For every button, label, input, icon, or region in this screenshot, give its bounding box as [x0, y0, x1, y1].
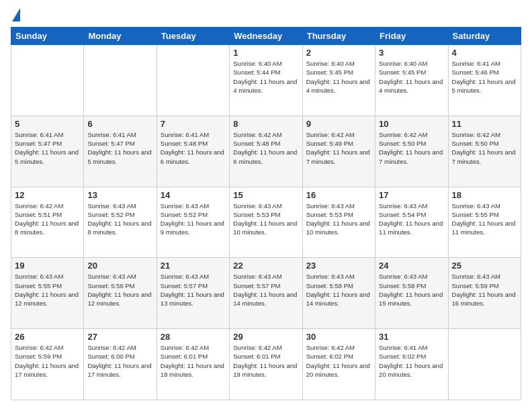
calendar-cell: 29Sunrise: 6:42 AM Sunset: 6:01 PM Dayli… — [230, 329, 302, 400]
calendar-cell: 5Sunrise: 6:41 AM Sunset: 5:47 PM Daylig… — [11, 116, 84, 187]
header — [11, 11, 521, 20]
day-number: 15 — [233, 190, 298, 200]
day-number: 3 — [379, 48, 444, 58]
day-number: 10 — [379, 119, 444, 129]
calendar-week-row: 1Sunrise: 6:40 AM Sunset: 5:44 PM Daylig… — [11, 45, 521, 116]
day-info: Sunrise: 6:41 AM Sunset: 5:47 PM Dayligh… — [15, 130, 80, 166]
day-info: Sunrise: 6:42 AM Sunset: 6:01 PM Dayligh… — [233, 343, 298, 379]
calendar-table: SundayMondayTuesdayWednesdayThursdayFrid… — [11, 27, 521, 400]
day-info: Sunrise: 6:43 AM Sunset: 5:58 PM Dayligh… — [306, 272, 371, 308]
day-info: Sunrise: 6:40 AM Sunset: 5:44 PM Dayligh… — [233, 59, 298, 95]
calendar-cell: 9Sunrise: 6:42 AM Sunset: 5:49 PM Daylig… — [302, 116, 375, 187]
day-number: 28 — [161, 332, 226, 342]
calendar-cell: 10Sunrise: 6:42 AM Sunset: 5:50 PM Dayli… — [375, 116, 448, 187]
day-number: 12 — [15, 190, 80, 200]
day-number: 6 — [87, 119, 152, 129]
day-info: Sunrise: 6:42 AM Sunset: 5:49 PM Dayligh… — [306, 130, 371, 166]
day-number: 2 — [306, 48, 371, 58]
calendar-cell — [84, 45, 157, 116]
day-info: Sunrise: 6:43 AM Sunset: 5:55 PM Dayligh… — [15, 272, 80, 308]
day-number: 25 — [452, 261, 517, 271]
calendar-cell: 16Sunrise: 6:43 AM Sunset: 5:53 PM Dayli… — [302, 187, 375, 258]
day-info: Sunrise: 6:43 AM Sunset: 5:52 PM Dayligh… — [161, 201, 226, 237]
col-header-monday: Monday — [84, 28, 157, 45]
day-number: 19 — [15, 261, 80, 271]
col-header-sunday: Sunday — [11, 28, 84, 45]
day-info: Sunrise: 6:42 AM Sunset: 5:50 PM Dayligh… — [379, 130, 444, 166]
calendar-cell: 11Sunrise: 6:42 AM Sunset: 5:50 PM Dayli… — [448, 116, 521, 187]
day-info: Sunrise: 6:43 AM Sunset: 5:57 PM Dayligh… — [233, 272, 298, 308]
calendar-week-row: 26Sunrise: 6:42 AM Sunset: 5:59 PM Dayli… — [11, 329, 521, 400]
calendar-cell: 17Sunrise: 6:43 AM Sunset: 5:54 PM Dayli… — [375, 187, 448, 258]
day-number: 22 — [233, 261, 298, 271]
day-number: 16 — [306, 190, 371, 200]
day-info: Sunrise: 6:43 AM Sunset: 5:53 PM Dayligh… — [306, 201, 371, 237]
day-info: Sunrise: 6:40 AM Sunset: 5:45 PM Dayligh… — [306, 59, 371, 95]
calendar-cell: 25Sunrise: 6:43 AM Sunset: 5:59 PM Dayli… — [448, 258, 521, 329]
day-number: 27 — [87, 332, 152, 342]
calendar-week-row: 19Sunrise: 6:43 AM Sunset: 5:55 PM Dayli… — [11, 258, 521, 329]
day-info: Sunrise: 6:42 AM Sunset: 5:59 PM Dayligh… — [15, 343, 80, 379]
calendar-cell: 30Sunrise: 6:42 AM Sunset: 6:02 PM Dayli… — [302, 329, 375, 400]
logo — [11, 11, 20, 20]
col-header-saturday: Saturday — [448, 28, 521, 45]
page: SundayMondayTuesdayWednesdayThursdayFrid… — [0, 0, 532, 411]
day-info: Sunrise: 6:40 AM Sunset: 5:45 PM Dayligh… — [379, 59, 444, 95]
day-info: Sunrise: 6:42 AM Sunset: 5:50 PM Dayligh… — [452, 130, 517, 166]
calendar-cell: 24Sunrise: 6:43 AM Sunset: 5:58 PM Dayli… — [375, 258, 448, 329]
day-number: 21 — [161, 261, 226, 271]
day-info: Sunrise: 6:42 AM Sunset: 6:01 PM Dayligh… — [161, 343, 226, 379]
day-number: 20 — [87, 261, 152, 271]
calendar-cell: 7Sunrise: 6:41 AM Sunset: 5:48 PM Daylig… — [157, 116, 229, 187]
day-number: 18 — [452, 190, 517, 200]
calendar-cell: 19Sunrise: 6:43 AM Sunset: 5:55 PM Dayli… — [11, 258, 84, 329]
day-number: 11 — [452, 119, 517, 129]
day-info: Sunrise: 6:43 AM Sunset: 5:57 PM Dayligh… — [161, 272, 226, 308]
calendar-cell: 8Sunrise: 6:42 AM Sunset: 5:48 PM Daylig… — [230, 116, 302, 187]
day-number: 17 — [379, 190, 444, 200]
calendar-cell: 31Sunrise: 6:41 AM Sunset: 6:02 PM Dayli… — [375, 329, 448, 400]
day-number: 9 — [306, 119, 371, 129]
calendar-cell: 6Sunrise: 6:41 AM Sunset: 5:47 PM Daylig… — [84, 116, 157, 187]
day-info: Sunrise: 6:43 AM Sunset: 5:55 PM Dayligh… — [452, 201, 517, 237]
col-header-tuesday: Tuesday — [157, 28, 229, 45]
calendar-cell: 27Sunrise: 6:42 AM Sunset: 6:00 PM Dayli… — [84, 329, 157, 400]
calendar-cell: 13Sunrise: 6:43 AM Sunset: 5:52 PM Dayli… — [84, 187, 157, 258]
day-number: 31 — [379, 332, 444, 342]
day-number: 7 — [161, 119, 226, 129]
calendar-cell: 18Sunrise: 6:43 AM Sunset: 5:55 PM Dayli… — [448, 187, 521, 258]
calendar-cell: 23Sunrise: 6:43 AM Sunset: 5:58 PM Dayli… — [302, 258, 375, 329]
calendar-week-row: 12Sunrise: 6:42 AM Sunset: 5:51 PM Dayli… — [11, 187, 521, 258]
calendar-cell: 3Sunrise: 6:40 AM Sunset: 5:45 PM Daylig… — [375, 45, 448, 116]
col-header-wednesday: Wednesday — [230, 28, 302, 45]
calendar-header-row: SundayMondayTuesdayWednesdayThursdayFrid… — [11, 28, 521, 45]
calendar-cell: 2Sunrise: 6:40 AM Sunset: 5:45 PM Daylig… — [302, 45, 375, 116]
calendar-week-row: 5Sunrise: 6:41 AM Sunset: 5:47 PM Daylig… — [11, 116, 521, 187]
day-number: 29 — [233, 332, 298, 342]
day-info: Sunrise: 6:42 AM Sunset: 6:02 PM Dayligh… — [306, 343, 371, 379]
day-info: Sunrise: 6:43 AM Sunset: 5:58 PM Dayligh… — [379, 272, 444, 308]
day-info: Sunrise: 6:43 AM Sunset: 5:56 PM Dayligh… — [87, 272, 152, 308]
col-header-thursday: Thursday — [302, 28, 375, 45]
day-number: 13 — [87, 190, 152, 200]
day-number: 5 — [15, 119, 80, 129]
day-info: Sunrise: 6:42 AM Sunset: 6:00 PM Dayligh… — [87, 343, 152, 379]
day-number: 24 — [379, 261, 444, 271]
day-info: Sunrise: 6:41 AM Sunset: 5:47 PM Dayligh… — [87, 130, 152, 166]
day-number: 30 — [306, 332, 371, 342]
day-info: Sunrise: 6:41 AM Sunset: 5:46 PM Dayligh… — [452, 59, 517, 95]
calendar-cell: 14Sunrise: 6:43 AM Sunset: 5:52 PM Dayli… — [157, 187, 229, 258]
day-info: Sunrise: 6:43 AM Sunset: 5:53 PM Dayligh… — [233, 201, 298, 237]
calendar-cell — [157, 45, 229, 116]
col-header-friday: Friday — [375, 28, 448, 45]
calendar-cell: 26Sunrise: 6:42 AM Sunset: 5:59 PM Dayli… — [11, 329, 84, 400]
calendar-cell: 22Sunrise: 6:43 AM Sunset: 5:57 PM Dayli… — [230, 258, 302, 329]
calendar-cell: 15Sunrise: 6:43 AM Sunset: 5:53 PM Dayli… — [230, 187, 302, 258]
calendar-cell: 12Sunrise: 6:42 AM Sunset: 5:51 PM Dayli… — [11, 187, 84, 258]
calendar-cell: 28Sunrise: 6:42 AM Sunset: 6:01 PM Dayli… — [157, 329, 229, 400]
calendar-cell — [448, 329, 521, 400]
day-number: 8 — [233, 119, 298, 129]
day-info: Sunrise: 6:42 AM Sunset: 5:48 PM Dayligh… — [233, 130, 298, 166]
calendar-cell: 4Sunrise: 6:41 AM Sunset: 5:46 PM Daylig… — [448, 45, 521, 116]
calendar-cell: 21Sunrise: 6:43 AM Sunset: 5:57 PM Dayli… — [157, 258, 229, 329]
